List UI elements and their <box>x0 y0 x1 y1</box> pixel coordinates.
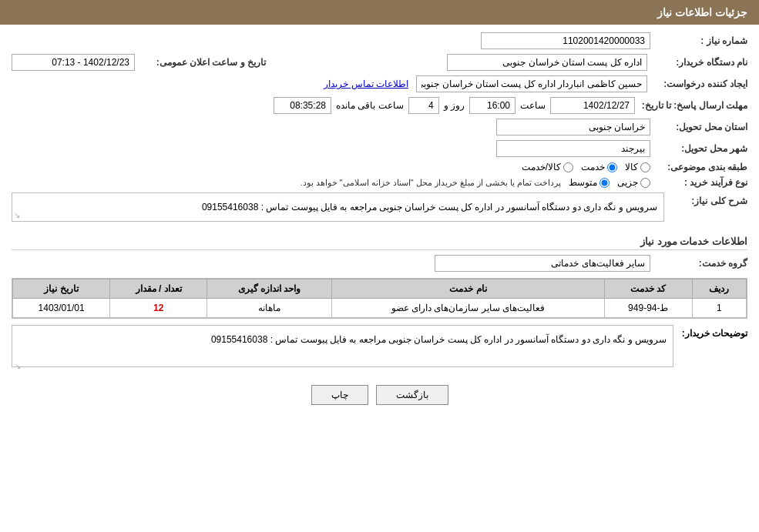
col-name: نام خدمت <box>331 279 604 299</box>
category-kala-radio[interactable] <box>640 162 650 172</box>
category-khedmat-radio[interactable] <box>607 162 617 172</box>
delivery-province-input[interactable] <box>496 119 650 136</box>
header-bar: جزئیات اطلاعات نیاز <box>0 0 759 25</box>
cell-name: فعالیت‌های سایر سازمان‌های دارای عضو <box>331 299 604 318</box>
service-group-label: گروه خدمت: <box>655 258 747 269</box>
remaining-time-label: ساعت باقی مانده <box>336 100 404 111</box>
col-date: تاریخ نیاز <box>13 279 110 299</box>
category-khedmat-label: خدمت <box>581 162 605 172</box>
creator-row: ایجاد کننده درخواست: اطلاعات تماس خریدار <box>12 75 747 92</box>
need-desc-box: سرویس و نگه داری دو دستگاه آسانسور در اد… <box>12 192 664 222</box>
purchase-motavaset-option[interactable]: متوسط <box>569 177 610 188</box>
content-area: شماره نیاز : نام دستگاه خریدار: تاریخ و … <box>0 25 759 424</box>
delivery-province-label: استان محل تحویل: <box>655 122 747 132</box>
delivery-city-row: شهر محل تحویل: <box>12 140 747 157</box>
creator-contact-link[interactable]: اطلاعات تماس خریدار <box>324 79 408 89</box>
creator-input[interactable] <box>416 75 647 92</box>
cell-unit: ماهانه <box>207 299 332 318</box>
col-unit: واحد اندازه گیری <box>207 279 332 299</box>
response-deadline-label: مهلت ارسال پاسخ: تا تاریخ: <box>640 100 747 111</box>
delivery-city-label: شهر محل تحویل: <box>655 143 747 154</box>
creator-label: ایجاد کننده درخواست: <box>655 79 747 89</box>
category-label: طبقه بندی موضوعی: <box>655 162 747 172</box>
purchase-jazei-radio[interactable] <box>640 178 650 188</box>
announce-datetime-label: تاریخ و ساعت اعلان عمومی: <box>143 57 266 68</box>
delivery-city-input[interactable] <box>496 140 650 157</box>
buyer-desc-label: توضیحات خریدار: <box>678 325 747 339</box>
purchase-type-row: نوع فرآیند خرید : جزیی متوسط پرداخت تمام… <box>12 177 747 188</box>
table-row: 1 ط-94-949 فعالیت‌های سایر سازمان‌های دا… <box>13 299 747 318</box>
purchase-jazei-option[interactable]: جزیی <box>617 177 650 188</box>
buyer-desc-container: سرویس و نگه داری دو دستگاه آسانسور در اد… <box>12 325 673 373</box>
category-kala-option[interactable]: کالا <box>625 162 650 172</box>
buyer-org-input[interactable] <box>447 54 647 71</box>
cell-date: 1403/01/01 <box>13 299 110 318</box>
need-desc-row: شرح کلی نیاز: سرویس و نگه داری دو دستگاه… <box>12 192 747 228</box>
response-days-input[interactable] <box>408 97 439 114</box>
category-kala-khedmat-label: کالا/خدمت <box>522 162 561 172</box>
response-time-label: ساعت <box>520 100 546 111</box>
col-qty: تعداد / مقدار <box>110 279 207 299</box>
service-group-row: گروه خدمت: <box>12 255 747 272</box>
purchase-motavaset-label: متوسط <box>569 177 597 188</box>
category-kala-khedmat-radio[interactable] <box>563 162 573 172</box>
buyer-desc-wrapper: توضیحات خریدار: سرویس و نگه داری دو دستگ… <box>12 325 747 373</box>
category-radio-group: کالا خدمت کالا/خدمت <box>522 162 650 172</box>
service-group-input[interactable] <box>435 255 650 272</box>
announce-datetime-input[interactable] <box>12 54 135 71</box>
col-code: کد خدمت <box>605 279 693 299</box>
category-kala-khedmat-option[interactable]: کالا/خدمت <box>522 162 573 172</box>
purchase-type-label: نوع فرآیند خرید : <box>655 177 747 188</box>
need-number-input[interactable] <box>481 32 650 49</box>
buyer-desc-text: سرویس و نگه داری دو دستگاه آسانسور در اد… <box>18 332 667 347</box>
need-desc-label: شرح کلی نیاز: <box>670 192 747 206</box>
purchase-motavaset-radio[interactable] <box>599 178 610 188</box>
print-button[interactable]: چاپ <box>311 385 368 405</box>
cell-row: 1 <box>692 299 746 318</box>
purchase-type-desc: پرداخت تمام یا بخشی از مبلغ خریداز محل "… <box>300 178 561 188</box>
buyer-org-label: نام دستگاه خریدار: <box>655 57 747 68</box>
action-buttons: بازگشت چاپ <box>12 385 747 405</box>
need-desc-text: سرویس و نگه داری دو دستگاه آسانسور در اد… <box>18 199 657 215</box>
need-number-row: شماره نیاز : <box>12 32 747 49</box>
need-desc-section: شرح کلی نیاز: سرویس و نگه داری دو دستگاه… <box>12 192 747 228</box>
cell-code: ط-94-949 <box>605 299 693 318</box>
need-number-label: شماره نیاز : <box>655 35 747 46</box>
response-date-input[interactable] <box>550 97 635 114</box>
purchase-type-options: جزیی متوسط پرداخت تمام یا بخشی از مبلغ خ… <box>300 177 650 188</box>
response-time-input[interactable] <box>469 97 516 114</box>
response-deadline-row: مهلت ارسال پاسخ: تا تاریخ: ساعت روز و سا… <box>12 97 747 114</box>
category-row: طبقه بندی موضوعی: کالا خدمت کالا/خدمت <box>12 162 747 172</box>
page-wrapper: جزئیات اطلاعات نیاز شماره نیاز : نام دست… <box>0 0 759 532</box>
purchase-jazei-label: جزیی <box>617 177 638 188</box>
cell-qty: 12 <box>110 299 207 318</box>
col-row: ردیف <box>692 279 746 299</box>
delivery-province-row: استان محل تحویل: <box>12 119 747 136</box>
remaining-time-input[interactable] <box>274 97 331 114</box>
response-day-label: روز و <box>444 100 465 111</box>
category-khedmat-option[interactable]: خدمت <box>581 162 617 172</box>
announce-row: نام دستگاه خریدار: تاریخ و ساعت اعلان عم… <box>12 54 747 71</box>
buyer-desc-box: سرویس و نگه داری دو دستگاه آسانسور در اد… <box>12 325 673 367</box>
services-table-container: ردیف کد خدمت نام خدمت واحد اندازه گیری ت… <box>12 278 747 319</box>
services-table: ردیف کد خدمت نام خدمت واحد اندازه گیری ت… <box>12 279 747 318</box>
category-kala-label: کالا <box>625 162 638 172</box>
resize-handle: ↘ <box>14 211 20 219</box>
buyer-resize-handle: ↘ <box>15 362 21 370</box>
header-title: جزئیات اطلاعات نیاز <box>657 6 747 18</box>
service-info-title: اطلاعات خدمات مورد نیاز <box>12 236 747 250</box>
back-button[interactable]: بازگشت <box>376 385 448 405</box>
